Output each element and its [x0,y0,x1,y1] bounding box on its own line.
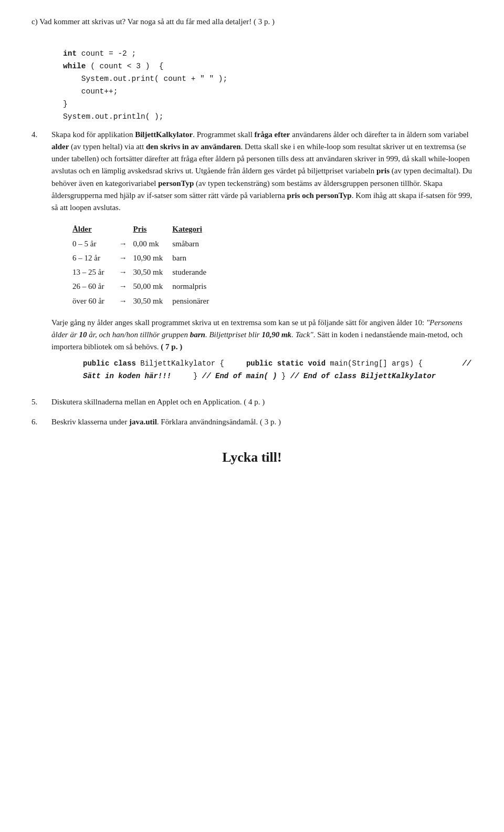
q4-bold3: alder [51,142,69,151]
java-code-block: public class BiljettKalkylator { public … [83,358,472,383]
col-header-arrow-spacer [114,222,133,236]
table-row: 0 – 5 år → 0,00 mk småbarn [72,237,218,251]
price-6-12: 10,90 mk [133,251,173,265]
table-row: 13 – 25 år → 30,50 mk studerande [72,265,218,279]
question-6-text: Beskriv klasserna under java.util. Förkl… [51,416,472,428]
question-c-text: c) Vad kommer att skrivas ut? Var noga s… [32,16,275,28]
col-header-age: Ålder [72,222,114,236]
question-4-text: Skapa kod för applikation BiljettKalkyla… [51,129,472,387]
footer-lycka: Lycka till! [32,447,472,468]
arrow-0-5: → [114,237,133,251]
age-6-12: 6 – 12 år [72,251,114,265]
question-6-num: 6. [32,416,51,428]
cat-over-60: pensionärer [172,294,218,308]
q4-text2: . Programmet skall [193,130,254,139]
code-comment2: // End of main( ) [202,372,277,380]
col-header-price: Pris [133,222,173,236]
age-13-25: 13 – 25 år [72,265,114,279]
question-4: 4. Skapa kod för applikation BiljettKalk… [32,129,472,387]
q4-bold6: personTyp [158,179,194,188]
age-table: Ålder Pris Kategori 0 – 5 år → 0,00 mk s… [72,222,218,308]
q4-text3: användarens ålder och därefter ta in åld… [290,130,468,139]
cat-26-60: normalpris [172,279,218,294]
q4-bold7: pris och personTyp [287,191,352,200]
q4-text1: Skapa kod för applikation [51,130,135,139]
q4-bold5: pris [376,167,390,175]
q6-text1: Beskriv klasserna under [51,418,129,426]
col-header-category: Kategori [172,222,218,236]
keyword-int: int [63,49,77,58]
question-5: 5. Diskutera skillnaderna mellan en Appl… [32,396,472,408]
question-5-text: Diskutera skillnaderna mellan en Applet … [51,396,472,408]
q4-bold4: den skrivs in av användaren [146,142,241,151]
q4-bold1: BiljettKalkylator [135,130,193,139]
age-over-60: över 60 år [72,294,114,308]
table-row: över 60 år → 30,50 mk pensionärer [72,294,218,308]
age-26-60: 26 – 60 år [72,279,114,294]
table-row: 6 – 12 år → 10,90 mk barn [72,251,218,265]
question-c-header: c) Vad kommer att skrivas ut? Var noga s… [32,16,472,28]
question-6: 6. Beskriv klasserna under java.util. Fö… [32,416,472,428]
age-0-5: 0 – 5 år [72,237,114,251]
q4-text4: (av typen heltal) via att [69,142,146,151]
cat-6-12: barn [172,251,218,265]
keyword-while: while [63,62,86,70]
q5-content: Diskutera skillnaderna mellan en Applet … [51,398,265,406]
price-0-5: 0,00 mk [133,237,173,251]
q4-text9: Varje gång ny ålder anges skall programm… [51,318,426,327]
price-26-60: 50,00 mk [133,279,173,294]
table-header-row: Ålder Pris Kategori [72,222,218,236]
arrow-6-12: → [114,251,133,265]
arrow-26-60: → [114,279,133,294]
price-over-60: 30,50 mk [133,294,173,308]
cat-0-5: småbarn [172,237,218,251]
arrow-over-60: → [114,294,133,308]
question-5-num: 5. [32,396,51,408]
code-block: int count = -2 ; while ( count < 3 ) { S… [63,35,472,123]
arrow-13-25: → [114,265,133,279]
q4-bold2: fråga efter [255,130,290,139]
q6-text2: . Förklara användningsändamål. ( 3 p. ) [157,418,281,426]
price-13-25: 30,50 mk [133,265,173,279]
kw-public2: public static void [246,359,326,368]
question-4-num: 4. [32,129,51,387]
q6-bold: java.util [129,418,157,426]
kw-public1: public class [83,359,136,368]
cat-13-25: studerande [172,265,218,279]
table-row: 26 – 60 år → 50,00 mk normalpris [72,279,218,294]
code-comment3: // End of class BiljettKalkylator [290,372,436,380]
